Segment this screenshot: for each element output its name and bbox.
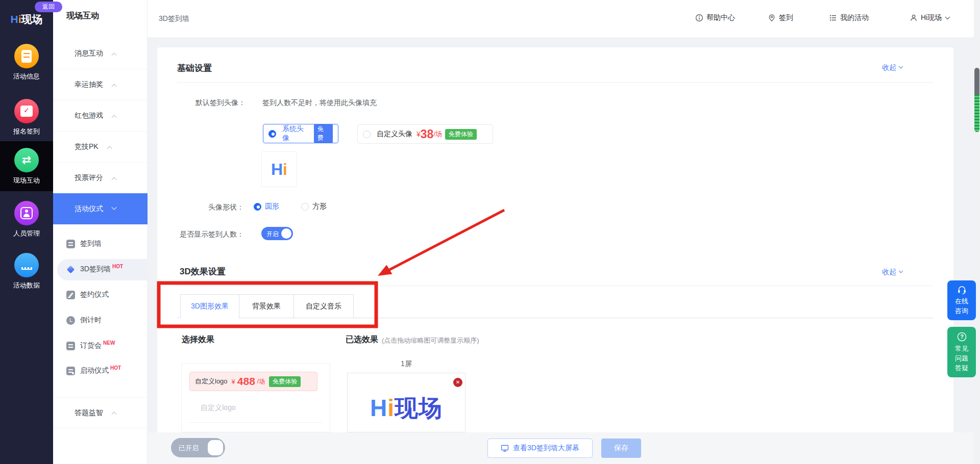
collapse-label: 收起 — [882, 63, 896, 72]
faq-label: 常见问题答疑 — [955, 345, 968, 372]
custom-logo-item[interactable]: 自定义logo ¥ 488 /场 免费体验 — [189, 372, 317, 391]
new-badge: NEW — [103, 340, 115, 346]
toggle-knob — [208, 440, 223, 455]
sidebar-item-signup-checkin[interactable]: 报名签到 — [0, 99, 53, 136]
sidebar-item-people-management[interactable]: 人员管理 — [0, 201, 53, 238]
chevron-down-icon — [899, 64, 903, 68]
wall-icon — [66, 240, 75, 248]
tab-background-effects[interactable]: 背景效果 — [239, 294, 294, 318]
effects-settings-title: 3D效果设置 — [180, 266, 226, 277]
selected-effect-thumbnail[interactable]: Hi现场 ✕ — [347, 373, 465, 432]
my-activities-label: 我的活动 — [840, 13, 869, 22]
selected-effects-title: 已选效果 — [346, 334, 378, 345]
tab-label: 自定义音乐 — [306, 302, 341, 311]
group-label: 竞技PK — [75, 142, 99, 151]
account-menu[interactable]: Hi现场 — [910, 13, 950, 22]
submenu-label: 签到墙 — [80, 239, 102, 248]
group-message-interaction[interactable]: 消息互动 — [53, 38, 148, 69]
group-lucky-draw[interactable]: 幸运抽奖 — [53, 69, 148, 100]
avatar-logo-h: H — [271, 160, 283, 179]
system-avatar-label: 系统头像 — [282, 124, 310, 143]
enabled-toggle[interactable]: 已开启 — [171, 438, 225, 457]
group-pk[interactable]: 竞技PK — [53, 132, 148, 163]
sidebar-item-live-interaction[interactable]: 现场互动 — [0, 141, 53, 191]
scrollbar-thumb-striped[interactable] — [974, 94, 979, 132]
chevron-down-icon — [899, 269, 903, 273]
shape-square-radio[interactable]: 方形 — [301, 202, 327, 211]
custom-logo-name: 自定义logo — [195, 377, 228, 386]
show-count-toggle[interactable]: 开启 — [261, 227, 293, 240]
submenu-label: 启动仪式 — [80, 366, 109, 375]
clock-icon — [66, 316, 75, 325]
default-avatar-preview[interactable]: Hi — [261, 151, 297, 187]
my-activities-link[interactable]: 我的活动 — [829, 13, 869, 22]
free-trial-badge: 免费体验 — [269, 376, 301, 387]
online-consult-button[interactable]: 在线咨询 — [947, 280, 976, 320]
radio-selected-icon[interactable] — [268, 130, 276, 138]
calendar-check-icon — [14, 99, 39, 123]
tab-custom-music[interactable]: 自定义音乐 — [293, 294, 354, 318]
custom-logo-placeholder: 自定义logo — [201, 403, 235, 413]
cube-3d-icon — [66, 265, 75, 274]
submenu-signin-wall[interactable]: 签到墙 — [53, 234, 148, 254]
submenu-launch-ceremony[interactable]: 启动仪式 HOT — [53, 360, 148, 381]
system-avatar-option[interactable]: 系统头像 免费 — [263, 124, 338, 143]
sidebar-item-activity-info[interactable]: 活动信息 — [0, 44, 53, 81]
shape-circle-radio[interactable]: 圆形 — [254, 202, 279, 211]
thumb-logo-scene: 现场 — [395, 395, 443, 421]
back-button[interactable]: 返回 — [35, 2, 62, 12]
shape-square-label: 方形 — [312, 202, 327, 211]
chevron-up-icon — [112, 411, 117, 417]
price-unit: /场 — [257, 377, 265, 386]
thumbnail-logo: Hi现场 — [348, 393, 465, 424]
submenu-countdown[interactable]: 倒计时 — [53, 310, 148, 330]
person-icon — [910, 14, 918, 22]
group-voting[interactable]: 投票评分 — [53, 163, 148, 194]
chevron-up-icon — [112, 53, 117, 58]
breadcrumb: 3D签到墙 — [159, 14, 189, 23]
radio-unselected-icon[interactable] — [363, 131, 371, 138]
app-sidebar: Hi现场 活动信息 报名签到 现场互动 人员管理 活动数据 — [0, 0, 53, 464]
group-quiz[interactable]: 答题益智 — [53, 397, 148, 428]
submenu-label: 3D签到墙 — [80, 265, 111, 274]
divider — [177, 82, 934, 83]
remove-thumbnail-button[interactable]: ✕ — [453, 378, 462, 387]
checkin-link[interactable]: 签到 — [768, 13, 793, 22]
group-label: 活动仪式 — [75, 204, 103, 214]
submenu-label: 订货会 — [80, 341, 102, 350]
scrollbar-track[interactable] — [974, 0, 980, 464]
custom-avatar-option[interactable]: 自定义头像 ¥ 38 /场 免费体验 — [357, 124, 493, 144]
save-button[interactable]: 保存 — [601, 439, 641, 458]
sidebar-item-activity-data[interactable]: 活动数据 — [0, 253, 53, 290]
help-center-link[interactable]: 帮助中心 — [695, 13, 735, 22]
group-ceremony-active[interactable]: 活动仪式 — [53, 193, 148, 224]
avatar-logo-i: i — [283, 160, 287, 179]
radio-unselected-icon — [301, 203, 309, 211]
divider — [177, 286, 934, 286]
dashed-divider — [189, 422, 322, 423]
help-center-label: 帮助中心 — [706, 13, 735, 22]
effects-collapse-link[interactable]: 收起 — [882, 268, 902, 277]
avatar-shape-label: 头像形状： — [208, 203, 244, 212]
sidebar-item-label: 活动数据 — [0, 281, 53, 290]
group-red-packet[interactable]: 红包游戏 — [53, 100, 148, 132]
submenu-3d-signin-wall[interactable]: 3D签到墙 HOT — [53, 259, 148, 279]
person-badge-icon — [14, 201, 39, 225]
submenu-signing-ceremony[interactable]: 签约仪式 — [53, 285, 148, 305]
info-icon — [695, 14, 703, 22]
enabled-toggle-label: 已开启 — [179, 444, 199, 453]
basic-collapse-link[interactable]: 收起 — [882, 63, 902, 72]
account-label: Hi现场 — [921, 13, 942, 22]
faq-button[interactable]: ? 常见问题答疑 — [947, 327, 976, 377]
swap-arrows-icon — [14, 148, 39, 172]
group-label: 答题益智 — [75, 408, 103, 418]
sidebar-item-label: 人员管理 — [0, 229, 53, 238]
scrollbar-thumb[interactable] — [974, 68, 979, 94]
pencil-icon — [66, 291, 75, 299]
logo-letter-h: H — [10, 13, 18, 25]
submenu-order-meeting[interactable]: 订货会 NEW — [53, 336, 148, 356]
view-big-screen-button[interactable]: 查看3D签到墙大屏幕 — [487, 439, 593, 458]
price-value: 488 — [237, 375, 255, 388]
launch-icon — [66, 367, 75, 375]
tab-3d-graphic-effects[interactable]: 3D图形效果 — [180, 294, 239, 318]
